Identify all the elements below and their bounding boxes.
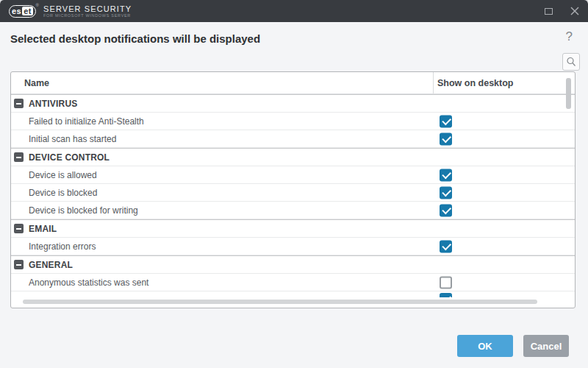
table-section-row[interactable]: EMAIL (11, 219, 575, 238)
notification-name: Device is blocked (29, 188, 97, 198)
search-icon (565, 56, 577, 68)
collapse-minus-icon[interactable] (14, 260, 24, 269)
notification-name: Integration errors (29, 241, 96, 252)
notification-name: Device is blocked for writing (29, 205, 138, 216)
horizontal-scrollbar-thumb[interactable] (23, 300, 537, 304)
section-label: ANTIVIRUS (29, 99, 77, 109)
eset-logo-text-et: et (22, 7, 33, 15)
table-row: Device is blocked for writing (11, 202, 575, 219)
table-row: Initial scan has started (11, 130, 575, 148)
collapse-minus-icon[interactable] (14, 224, 24, 233)
product-name: SERVER SECURITY (43, 4, 132, 13)
help-icon[interactable]: ? (566, 29, 573, 44)
registered-trademark-icon: ® (36, 3, 39, 7)
table-row-partial (11, 291, 575, 297)
ok-button[interactable]: OK (457, 335, 513, 357)
table-row: Device is blocked (11, 184, 575, 202)
show-on-desktop-checkbox[interactable] (440, 169, 452, 181)
notification-name: Device is allowed (29, 170, 97, 180)
section-label: DEVICE CONTROL (29, 152, 110, 163)
page-title: Selected desktop notifications will be d… (10, 32, 260, 45)
dialog-window: es et ® SERVER SECURITY FOR MICROSOFT WI… (0, 0, 588, 368)
title-bar: es et ® SERVER SECURITY FOR MICROSOFT WI… (0, 0, 588, 22)
maximize-icon (545, 8, 553, 15)
section-label: GENERAL (29, 260, 73, 270)
product-subtitle: FOR MICROSOFT WINDOWS SERVER (43, 13, 132, 18)
notification-name: Failed to initialize Anti-Stealth (29, 116, 144, 127)
product-title-block: SERVER SECURITY FOR MICROSOFT WINDOWS SE… (43, 4, 132, 18)
show-on-desktop-checkbox[interactable] (440, 132, 452, 145)
cancel-button[interactable]: Cancel (523, 335, 569, 357)
notifications-table: Name Show on desktop ANTIVIRUSFailed to … (10, 71, 576, 308)
table-body: ANTIVIRUSFailed to initialize Anti-Steal… (11, 94, 575, 297)
table-section-row[interactable]: GENERAL (11, 255, 575, 274)
eset-logo-text-es: es (12, 7, 21, 15)
show-on-desktop-checkbox[interactable] (440, 115, 452, 127)
show-on-desktop-checkbox[interactable] (440, 240, 452, 252)
eset-logo: es et ® (9, 5, 36, 18)
column-header-show-on-desktop[interactable]: Show on desktop (437, 78, 513, 88)
search-button[interactable] (562, 53, 580, 71)
table-section-row[interactable]: ANTIVIRUS (11, 94, 575, 113)
notification-name: Initial scan has started (29, 134, 116, 144)
close-icon (570, 7, 579, 15)
close-button[interactable] (562, 0, 588, 22)
show-on-desktop-checkbox[interactable] (440, 204, 452, 216)
maximize-button[interactable] (535, 0, 562, 22)
table-row: Failed to initialize Anti-Stealth (11, 113, 575, 130)
show-on-desktop-checkbox[interactable] (440, 276, 452, 289)
vertical-scrollbar-thumb[interactable] (566, 78, 571, 109)
table-row: Device is allowed (11, 166, 575, 184)
notification-name: Anonymous statistics was sent (29, 277, 148, 288)
table-row: Integration errors (11, 238, 575, 255)
show-on-desktop-checkbox[interactable] (440, 186, 452, 199)
table-section-row[interactable]: DEVICE CONTROL (11, 148, 575, 166)
column-divider (433, 72, 434, 93)
table-row: Anonymous statistics was sent (11, 274, 575, 291)
column-header-name[interactable]: Name (11, 78, 49, 88)
collapse-minus-icon[interactable] (14, 99, 24, 108)
table-header-row: Name Show on desktop (11, 72, 575, 94)
section-label: EMAIL (29, 224, 57, 234)
show-on-desktop-checkbox[interactable] (440, 293, 452, 297)
collapse-minus-icon[interactable] (14, 152, 24, 162)
